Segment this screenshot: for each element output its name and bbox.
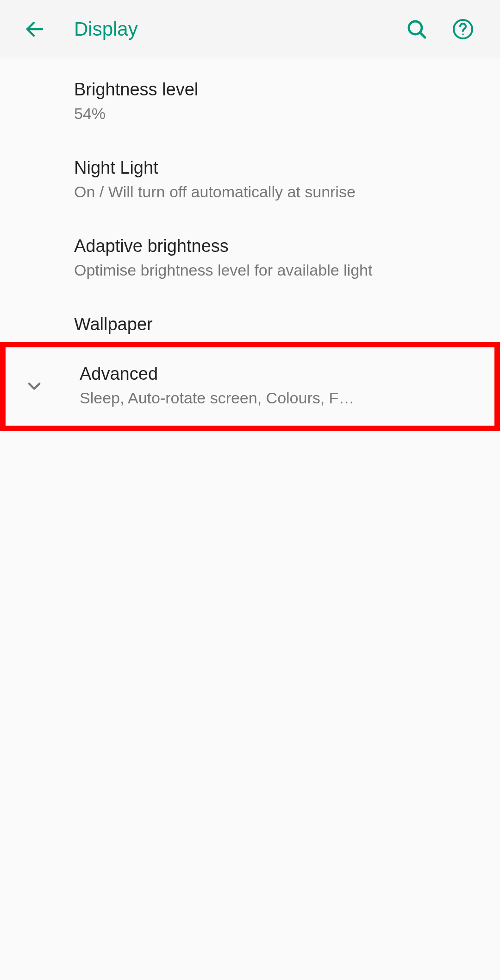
search-icon [406,18,428,40]
app-bar: Display [0,0,500,58]
adaptive-brightness-item[interactable]: Adaptive brightness Optimise brightness … [0,220,500,298]
brightness-level-item[interactable]: Brightness level 54% [0,63,500,141]
chevron-down-icon [24,376,44,396]
help-icon [452,18,474,40]
expand-arrow [24,376,44,396]
highlight-annotation: Advanced Sleep, Auto-rotate screen, Colo… [0,342,500,431]
adaptive-title: Adaptive brightness [74,236,486,256]
wallpaper-item[interactable]: Wallpaper [0,298,500,342]
svg-line-2 [420,32,425,38]
advanced-title: Advanced [80,364,481,384]
night-light-sub: On / Will turn off automatically at sunr… [74,182,486,203]
settings-list: Brightness level 54% Night Light On / Wi… [0,58,500,431]
help-button[interactable] [440,18,486,40]
page-title: Display [60,18,394,40]
svg-point-4 [462,33,464,35]
advanced-item[interactable]: Advanced Sleep, Auto-rotate screen, Colo… [6,347,494,426]
search-button[interactable] [394,18,440,40]
brightness-title: Brightness level [74,80,486,100]
night-light-title: Night Light [74,158,486,178]
back-arrow-icon [24,18,46,40]
adaptive-sub: Optimise brightness level for available … [74,260,486,281]
brightness-value: 54% [74,103,486,125]
night-light-item[interactable]: Night Light On / Will turn off automatic… [0,141,500,220]
advanced-sub: Sleep, Auto-rotate screen, Colours, Font… [80,388,357,409]
back-button[interactable] [9,18,60,40]
wallpaper-title: Wallpaper [74,314,486,334]
